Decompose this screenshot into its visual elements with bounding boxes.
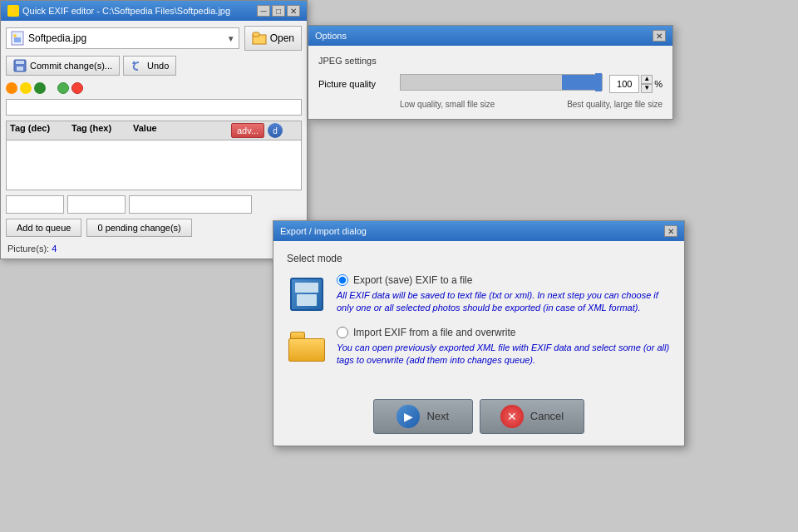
table-content <box>6 140 302 190</box>
quality-slider[interactable] <box>400 74 603 91</box>
import-desc: You can open previously exported XML fil… <box>337 342 671 367</box>
export-dialog-content: Select mode Export (save) EXIF to a file… <box>273 241 684 391</box>
dot-e[interactable] <box>34 82 46 94</box>
pictures-row: Picture(s): 4 <box>6 244 302 254</box>
cancel-x-icon: ✕ <box>500 405 524 428</box>
spin-up-button[interactable]: ▲ <box>641 75 653 84</box>
select-mode-label: Select mode <box>287 253 671 264</box>
folder-body <box>288 338 325 362</box>
open-label: Open <box>270 32 294 44</box>
export-icon <box>287 274 327 314</box>
minimize-button[interactable]: ─ <box>257 5 270 17</box>
export-radio-label: Export (save) EXIF to a file <box>353 274 472 286</box>
app-icon: ⚡ <box>7 5 19 17</box>
cancel-label: Cancel <box>530 410 564 422</box>
open-folder-icon <box>252 32 267 45</box>
quality-slider-container <box>400 74 603 93</box>
tag-dec-input[interactable] <box>6 195 64 214</box>
svg-rect-1 <box>14 37 21 42</box>
export-radio-row: Export (save) EXIF to a file <box>337 274 671 286</box>
col-value: Value <box>133 123 228 138</box>
dot-red[interactable] <box>71 82 83 94</box>
quality-number-input[interactable] <box>609 75 639 93</box>
import-mode-option: Import EXIF from a file and overwrite Yo… <box>287 327 671 367</box>
search-row <box>6 99 302 116</box>
dot-separator <box>48 82 55 94</box>
tag-row <box>6 195 302 214</box>
svg-rect-4 <box>253 32 259 37</box>
pending-button[interactable]: 0 pending change(s) <box>86 219 191 237</box>
file-name: Softpedia.jpg <box>28 32 224 44</box>
file-image-icon <box>10 31 25 46</box>
export-dialog: Export / import dialog ✕ Select mode Exp… <box>273 220 685 446</box>
dot-n[interactable] <box>6 82 17 94</box>
next-button[interactable]: ▶ Next <box>373 399 473 434</box>
col-tag-dec: Tag (dec) <box>10 123 68 138</box>
combo-arrow-icon: ▼ <box>227 34 235 43</box>
export-close-button[interactable]: ✕ <box>664 225 677 237</box>
export-title: Export / import dialog <box>280 226 367 236</box>
jpeg-settings-label: JPEG settings <box>318 56 663 66</box>
title-bar-left: ⚡ Quick EXIF editor - C:\Softpedia Files… <box>7 5 230 17</box>
col-tag-hex: Tag (hex) <box>71 123 130 138</box>
bottom-row: Add to queue 0 pending change(s) <box>6 219 302 237</box>
export-desc: All EXIF data will be saved to text file… <box>337 289 671 315</box>
export-title-bar: Export / import dialog ✕ <box>273 221 684 241</box>
folder-icon <box>288 332 325 362</box>
import-radio[interactable] <box>337 327 348 338</box>
app-title: Quick EXIF editor - C:\Softpedia Files\S… <box>22 6 230 16</box>
export-mode-option: Export (save) EXIF to a file All EXIF da… <box>287 274 671 315</box>
export-mode-right: Export (save) EXIF to a file All EXIF da… <box>337 274 671 315</box>
title-bar-controls: ─ □ ✕ <box>257 5 300 17</box>
save-icon <box>13 59 27 72</box>
toolbar-row: Commit change(s)... Undo <box>6 56 302 76</box>
tag-value-input[interactable] <box>129 195 252 214</box>
export-radio[interactable] <box>337 274 348 286</box>
options-dialog: Options ✕ JPEG settings Picture quality … <box>308 25 673 120</box>
open-button[interactable]: Open <box>244 26 302 51</box>
undo-button[interactable]: Undo <box>123 56 176 76</box>
hint-high: Best quality, large file size <box>567 100 663 109</box>
tag-hex-input[interactable] <box>67 195 126 214</box>
adv-controls: adv... d <box>231 123 298 138</box>
import-icon <box>287 327 327 367</box>
undo-label: Undo <box>147 61 169 71</box>
quality-value-box: ▲ ▼ % <box>609 75 663 93</box>
cancel-button[interactable]: ✕ Cancel <box>480 399 584 434</box>
import-radio-label: Import EXIF from a file and overwrite <box>353 327 515 338</box>
quality-spin: ▲ ▼ <box>641 75 653 93</box>
next-arrow-icon: ▶ <box>397 405 420 428</box>
floppy-disk-icon <box>290 278 323 311</box>
quality-hints: Low quality, small file size Best qualit… <box>393 100 663 109</box>
file-combo[interactable]: Softpedia.jpg ▼ <box>6 27 239 49</box>
options-close-button[interactable]: ✕ <box>653 30 666 42</box>
options-title-bar: Options ✕ <box>308 26 672 46</box>
nav-dots <box>6 82 302 94</box>
d-button[interactable]: d <box>268 123 283 138</box>
hint-low: Low quality, small file size <box>400 100 495 109</box>
quality-row: Picture quality ▲ ▼ % <box>318 74 663 93</box>
main-title-bar: ⚡ Quick EXIF editor - C:\Softpedia Files… <box>1 1 307 21</box>
maximize-button[interactable]: □ <box>272 5 285 17</box>
close-main-button[interactable]: ✕ <box>287 5 300 17</box>
svg-rect-7 <box>17 66 23 71</box>
commit-button[interactable]: Commit change(s)... <box>6 56 120 76</box>
main-content: Softpedia.jpg ▼ Open Commit change(s)... <box>1 21 307 259</box>
spin-down-button[interactable]: ▼ <box>641 84 653 93</box>
import-mode-right: Import EXIF from a file and overwrite Yo… <box>337 327 671 367</box>
quality-percent: % <box>654 79 663 89</box>
dot-green[interactable] <box>57 82 69 94</box>
commit-label: Commit change(s)... <box>30 61 112 71</box>
file-row: Softpedia.jpg ▼ Open <box>6 26 302 51</box>
dot-i[interactable] <box>20 82 32 94</box>
dialog-button-row: ▶ Next ✕ Cancel <box>273 391 684 446</box>
pictures-label: Picture(s): <box>7 244 49 254</box>
svg-rect-6 <box>16 61 24 64</box>
adv-button[interactable]: adv... <box>231 123 264 138</box>
options-title: Options <box>315 31 347 41</box>
search-input[interactable] <box>6 99 302 116</box>
add-queue-button[interactable]: Add to queue <box>6 219 81 237</box>
pictures-count: 4 <box>52 244 57 254</box>
next-label: Next <box>426 410 449 422</box>
import-radio-row: Import EXIF from a file and overwrite <box>337 327 671 338</box>
